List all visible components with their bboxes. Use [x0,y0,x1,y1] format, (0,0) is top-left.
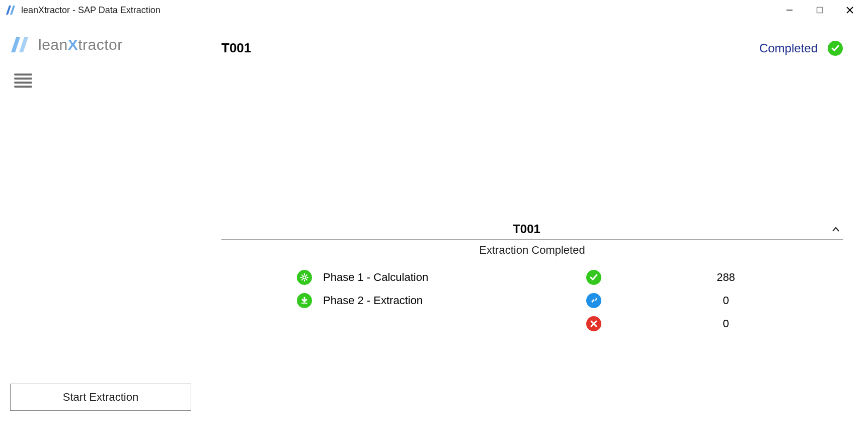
app-logo-icon [5,5,17,16]
phase-count: 288 [609,271,843,284]
status-label: Completed [759,41,818,55]
details-section: T001 Extraction Completed Phase 1 - Calc… [221,222,843,335]
titlebar: leanXtractor - SAP Data Extraction [0,0,868,20]
minimize-button[interactable] [774,0,805,20]
brand: leanXtractor [10,35,186,54]
main-panel: T001 Completed T001 Extraction Completed [196,20,868,433]
section-title: T001 [221,222,832,236]
svg-line-10 [306,279,307,280]
section-subtitle: Extraction Completed [221,240,843,266]
svg-point-4 [303,276,306,279]
download-icon [297,293,312,308]
phase-row: Phase 1 - Calculation 288 [221,266,843,289]
header-row: T001 Completed [221,40,843,56]
check-icon [586,270,601,285]
close-button[interactable] [835,0,865,20]
brand-text: leanXtractor [38,36,123,53]
sidebar: leanXtractor Start Extraction [0,20,196,433]
phase-row: Phase 2 - Extraction 0 [221,289,843,312]
section-header[interactable]: T001 [221,222,843,240]
phase-label: Phase 2 - Extraction [317,294,579,307]
svg-line-9 [302,275,303,276]
window-title: leanXtractor - SAP Data Extraction [21,5,161,16]
start-extraction-button[interactable]: Start Extraction [10,384,191,411]
maximize-button[interactable] [805,0,835,20]
gear-icon [297,270,312,285]
phase-label: Phase 1 - Calculation [317,271,579,284]
error-icon [586,316,601,331]
page-title: T001 [221,40,251,56]
svg-line-11 [306,275,307,276]
phase-count: 0 [609,294,843,307]
brand-logo-icon [10,35,34,54]
svg-rect-1 [817,8,823,13]
phase-row: 0 [221,312,843,335]
check-icon [828,41,843,56]
collapse-icon [832,226,843,232]
phase-count: 0 [609,317,843,330]
svg-line-12 [302,279,303,280]
wrench-icon [586,293,601,308]
menu-button[interactable] [11,68,35,93]
